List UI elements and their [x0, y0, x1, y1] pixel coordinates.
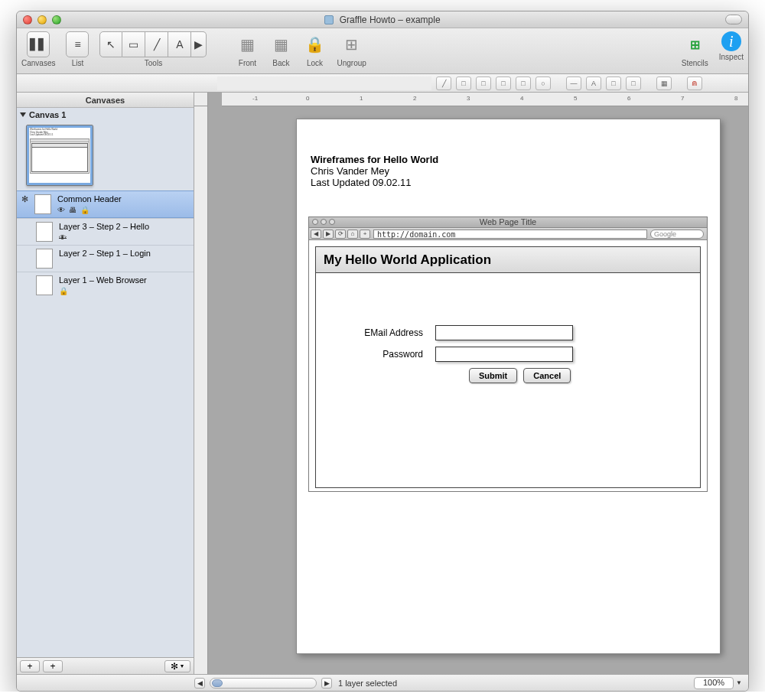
- titlebar: Graffle Howto – example: [17, 11, 748, 28]
- chevron-down-icon[interactable]: ▼: [736, 679, 742, 686]
- inspect-tool[interactable]: i Inspect: [719, 31, 744, 61]
- sidebar-footer: + + ✻▼: [17, 657, 194, 674]
- layer-info: Common Header 👁 🖶 🔒: [57, 194, 122, 214]
- ruler-tick: 8: [734, 95, 737, 102]
- style-btn-11[interactable]: ▦: [656, 77, 672, 90]
- lock-icon[interactable]: 🔒: [80, 206, 90, 214]
- canvas-thumb-row: Wireframes for Hello WorldChris Vander M…: [17, 122, 194, 190]
- back-tool[interactable]: ▦ Back: [269, 31, 292, 67]
- ruler-horizontal[interactable]: -1 0 1 2 3 4 5 6 7 8: [222, 93, 748, 106]
- canvas-page[interactable]: Wireframes for Hello World Chris Vander …: [296, 119, 721, 654]
- close-window-button[interactable]: [23, 15, 32, 24]
- ruler-tick: 6: [627, 95, 630, 102]
- inspect-label: Inspect: [719, 53, 744, 61]
- zoom-control[interactable]: 100% ▼: [694, 677, 742, 689]
- ruler-tick: 7: [681, 95, 684, 102]
- add-canvas-button[interactable]: +: [20, 660, 40, 672]
- traffic-lights: [23, 15, 61, 24]
- ruler-tick: 3: [467, 95, 470, 102]
- canvas-viewport[interactable]: Wireframes for Hello World Chris Vander …: [208, 106, 748, 674]
- selection-tool[interactable]: ↖: [99, 31, 122, 57]
- zoom-window-button[interactable]: [52, 15, 61, 24]
- style-btn-4[interactable]: □: [496, 77, 511, 90]
- lock-icon[interactable]: 🔒: [59, 287, 68, 295]
- canvas-name: Canvas 1: [29, 110, 66, 119]
- canvases-icon[interactable]: ▋▋: [27, 31, 50, 57]
- browser-search-field[interactable]: Google: [650, 230, 704, 239]
- cancel-button[interactable]: Cancel: [523, 368, 571, 383]
- eye-icon[interactable]: 👁: [57, 206, 65, 214]
- layer-thumbnail: [34, 194, 51, 214]
- shape-tool[interactable]: ▭: [122, 31, 145, 57]
- style-btn-3[interactable]: □: [476, 77, 491, 90]
- style-btn-8[interactable]: A: [586, 77, 601, 90]
- style-btn-6[interactable]: ○: [536, 77, 551, 90]
- email-field[interactable]: [435, 325, 573, 340]
- stencils-tool[interactable]: ⊞ Stencils: [682, 31, 708, 67]
- style-btn-1[interactable]: ╱: [436, 77, 451, 90]
- zoom-value[interactable]: 100%: [694, 677, 734, 689]
- style-btn-7[interactable]: —: [566, 77, 581, 90]
- list-icon[interactable]: ≡: [66, 31, 89, 57]
- browser-home-button[interactable]: ⌂: [347, 230, 358, 239]
- expand-tool[interactable]: ▶: [191, 31, 207, 57]
- layer-row[interactable]: ✻ Common Header 👁 🖶 🔒: [17, 190, 194, 218]
- magnet-button[interactable]: ⋒: [687, 77, 702, 90]
- scroll-left-button[interactable]: ◀: [194, 678, 205, 689]
- ruler-tick: -1: [252, 95, 258, 102]
- canvases-tool[interactable]: ▋▋ Canvases: [21, 31, 55, 67]
- browser-forward-button[interactable]: ▶: [323, 230, 334, 239]
- disclosure-triangle-icon[interactable]: [20, 112, 26, 117]
- layer-row[interactable]: Layer 2 – Step 1 – Login: [17, 245, 194, 272]
- browser-url-field[interactable]: http://domain.com: [373, 230, 647, 239]
- tools-segment: ↖ ▭ ╱ A ▶ Tools: [99, 31, 207, 67]
- style-btn-5[interactable]: □: [516, 77, 531, 90]
- ruler-vertical[interactable]: [194, 106, 208, 674]
- inspect-icon: i: [721, 31, 741, 51]
- page-updated: Last Updated 09.02.11: [311, 177, 438, 188]
- browser-back-button[interactable]: ◀: [311, 230, 321, 239]
- gear-icon: ✻: [171, 661, 178, 672]
- canvas-title-row[interactable]: Canvas 1: [17, 108, 194, 122]
- horizontal-scrollbar[interactable]: [210, 678, 317, 689]
- sidebar-actions-menu[interactable]: ✻▼: [164, 660, 190, 672]
- style-btn-9[interactable]: □: [606, 77, 621, 90]
- app-header: My Hello World Application: [316, 247, 700, 273]
- ruler-tick: 2: [413, 95, 416, 102]
- text-tool[interactable]: A: [168, 31, 191, 57]
- stencils-label: Stencils: [682, 59, 708, 67]
- layer-row[interactable]: Layer 1 – Web Browser 🔒: [17, 272, 194, 298]
- lock-label: Lock: [307, 59, 323, 67]
- browser-wireframe[interactable]: Web Page Title ◀ ▶ ⟳ ⌂ + http://domain.c…: [308, 217, 708, 492]
- scroll-right-button[interactable]: ▶: [321, 678, 332, 689]
- browser-add-button[interactable]: +: [360, 230, 370, 239]
- page-title-block: Wireframes for Hello World Chris Vander …: [311, 154, 438, 188]
- ungroup-icon: ⊞: [340, 31, 363, 57]
- body-row: Canvases Canvas 1 Wireframes for Hello W…: [17, 93, 748, 674]
- style-btn-10[interactable]: □: [626, 77, 641, 90]
- layer-row[interactable]: Layer 3 – Step 2 – Hello 👁: [17, 218, 194, 245]
- password-field[interactable]: [435, 347, 573, 362]
- layer-name: Layer 3 – Step 2 – Hello: [59, 222, 149, 231]
- line-tool[interactable]: ╱: [145, 31, 168, 57]
- print-icon[interactable]: 🖶: [69, 206, 76, 214]
- ruler-tick: 4: [520, 95, 523, 102]
- submit-button[interactable]: Submit: [469, 368, 517, 383]
- browser-titlebar: Web Page Title: [309, 217, 707, 228]
- canvas-thumbnail[interactable]: Wireframes for Hello WorldChris Vander M…: [26, 125, 93, 186]
- browser-reload-button[interactable]: ⟳: [335, 230, 346, 239]
- list-tool[interactable]: ≡ List: [66, 31, 89, 67]
- ruler-corner: [194, 93, 208, 106]
- toolbar-toggle-button[interactable]: [725, 15, 742, 24]
- ruler-tick: 0: [306, 95, 309, 102]
- lock-tool[interactable]: 🔒 Lock: [303, 31, 326, 67]
- browser-title: Web Page Title: [480, 217, 536, 226]
- scroll-thumb[interactable]: [212, 679, 223, 687]
- front-tool[interactable]: ▦ Front: [236, 31, 259, 67]
- layer-info: Layer 3 – Step 2 – Hello 👁: [59, 222, 149, 242]
- style-btn-2[interactable]: □: [456, 77, 471, 90]
- hidden-icon[interactable]: 👁: [59, 233, 67, 242]
- minimize-window-button[interactable]: [37, 15, 47, 24]
- ungroup-tool[interactable]: ⊞ Ungroup: [337, 31, 366, 67]
- add-layer-button[interactable]: +: [43, 660, 63, 672]
